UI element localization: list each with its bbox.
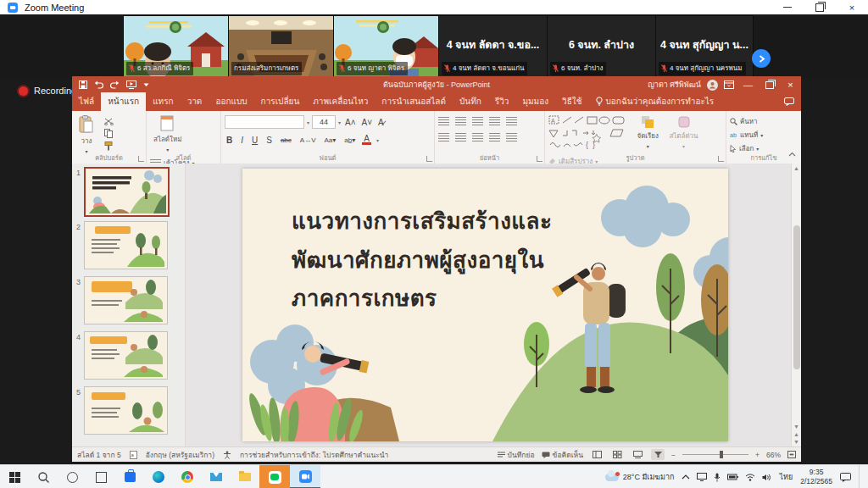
tab-transitions[interactable]: การเปลี่ยน [254, 92, 307, 111]
clear-formatting-icon[interactable]: A̷ [376, 118, 386, 127]
window-maximize-button[interactable] [804, 0, 836, 14]
ppt-restore-button[interactable] [759, 76, 780, 93]
slide-thumbnail-4[interactable] [84, 331, 168, 380]
start-slideshow-icon[interactable] [126, 80, 136, 89]
participant-video-2[interactable]: กรมส่งเสริมการเกษตร [228, 15, 334, 79]
tab-file[interactable]: ไฟล์ [72, 92, 101, 111]
save-icon[interactable] [79, 80, 87, 89]
increase-font-icon[interactable]: A˄ [343, 118, 358, 127]
taskbar-search-icon[interactable] [29, 465, 58, 488]
spellcheck-icon[interactable]: a [130, 451, 137, 459]
microphone-tray-icon[interactable] [714, 473, 721, 482]
next-slide-icon[interactable]: ▼ [793, 439, 799, 445]
slide-thumbnail-5[interactable] [84, 386, 168, 435]
bold-button[interactable]: B [225, 136, 234, 145]
highlight-color-button[interactable]: ab̲▾ [342, 136, 357, 144]
cortana-icon[interactable] [58, 465, 86, 488]
display-tray-icon[interactable] [697, 473, 707, 481]
bullets-icon[interactable] [438, 117, 449, 125]
tab-record[interactable]: บันทึก [453, 92, 488, 111]
edge-icon[interactable] [144, 465, 173, 488]
action-center-icon[interactable] [840, 473, 851, 482]
fit-slide-to-window-icon[interactable] [787, 451, 796, 458]
quick-styles-button[interactable]: สไตล์ด่วน▾ [665, 114, 701, 151]
tab-slideshow[interactable]: การนำเสนอสไลด์ [375, 92, 453, 111]
numbering-icon[interactable] [455, 117, 466, 125]
ppt-close-button[interactable]: × [780, 76, 801, 93]
tab-help[interactable]: วิธีใช้ [555, 92, 588, 111]
task-view-icon[interactable] [86, 465, 115, 488]
zoom-app-taskbar-icon[interactable] [290, 465, 320, 488]
reading-view-button[interactable] [631, 449, 644, 460]
format-painter-icon[interactable] [104, 141, 113, 151]
paste-button[interactable]: วาง▾ [75, 114, 97, 156]
font-dialog-launcher[interactable] [426, 156, 432, 162]
slide-thumbnail-1[interactable] [84, 167, 170, 217]
language-indicator[interactable]: อังกฤษ (สหรัฐอเมริกา) [146, 449, 214, 461]
italic-button[interactable]: I [239, 136, 245, 145]
user-avatar[interactable] [707, 80, 718, 91]
tab-design[interactable]: ออกแบบ [209, 92, 253, 111]
file-explorer-icon[interactable] [231, 465, 259, 488]
undo-icon[interactable] [94, 80, 103, 89]
copy-icon[interactable] [104, 129, 113, 138]
change-case-button[interactable]: Aa▾ [323, 136, 338, 144]
ribbon-display-options-icon[interactable] [724, 80, 734, 89]
current-slide[interactable]: แนวทางการเสริมสร้างและ พัฒนาศักยภาพผู้สู… [242, 169, 728, 441]
tab-review[interactable]: รีวิว [488, 92, 516, 111]
slide-thumbnail-2[interactable] [84, 221, 168, 269]
redo-icon[interactable] [110, 80, 120, 89]
wifi-tray-icon[interactable] [745, 474, 755, 481]
arrange-button[interactable]: จัดเรียง▾ [633, 114, 662, 151]
font-size-box[interactable]: 44 [312, 115, 336, 129]
scroll-up-icon[interactable]: ▲ [793, 165, 799, 171]
line-spacing-icon[interactable] [506, 117, 517, 125]
participant-tile-5[interactable]: 6 จนท. ลำปาง 6 จนท. ลำปาง [547, 15, 656, 79]
character-spacing-button[interactable]: A↔V [298, 136, 318, 144]
battery-tray-icon[interactable] [727, 474, 738, 480]
comments-icon[interactable] [784, 97, 794, 111]
paragraph-dialog-launcher[interactable] [537, 156, 542, 162]
cut-icon[interactable] [104, 118, 114, 125]
tray-expand-icon[interactable] [682, 474, 690, 480]
columns-icon[interactable] [506, 133, 517, 141]
decrease-font-icon[interactable]: A˅ [360, 118, 375, 127]
participant-tile-4[interactable]: 4 จนท ลัดดา จ.ขอ... 4 จนท ลัดดา จ.ขอนแก่… [438, 15, 548, 79]
increase-indent-icon[interactable] [489, 117, 500, 125]
tab-draw[interactable]: วาด [181, 92, 209, 111]
zoom-in-button[interactable]: + [755, 451, 760, 459]
zoom-slider[interactable] [682, 454, 748, 455]
ppt-minimize-button[interactable]: — [737, 76, 759, 93]
align-center-icon[interactable] [455, 133, 466, 141]
accessibility-icon[interactable] [223, 451, 231, 459]
scroll-down-icon[interactable]: ▼ [793, 424, 799, 430]
slideshow-view-button[interactable] [651, 449, 665, 460]
replace-button[interactable]: abแทนที่▾ [730, 130, 798, 141]
slide-sorter-view-button[interactable] [610, 449, 624, 460]
keyboard-language-indicator[interactable]: ไทย [779, 471, 793, 483]
notes-button[interactable]: บันทึกย่อ [498, 449, 535, 461]
mail-icon[interactable] [202, 465, 231, 488]
align-right-icon[interactable] [472, 133, 483, 141]
tab-insert[interactable]: แทรก [146, 92, 180, 111]
window-close-button[interactable]: × [836, 0, 868, 14]
participant-video-3[interactable]: 6 จนท ญาดา พิจิตร [333, 15, 439, 79]
font-name-box[interactable] [225, 115, 304, 129]
line-app-icon[interactable] [259, 465, 290, 488]
font-color-button[interactable]: A [362, 135, 371, 145]
chrome-icon[interactable] [173, 465, 202, 488]
slide-thumbnail-3[interactable] [84, 276, 168, 324]
previous-slide-icon[interactable]: ▲ [793, 431, 799, 437]
scrollbar-thumb[interactable] [793, 225, 800, 369]
weather-widget[interactable]: 28°C มีเมฆมาก [605, 471, 675, 483]
window-minimize-button[interactable] [771, 0, 804, 14]
qat-customize-icon[interactable] [143, 82, 149, 87]
microsoft-store-icon[interactable] [115, 465, 144, 488]
zoom-percentage[interactable]: 66% [766, 451, 781, 459]
start-button[interactable] [0, 465, 29, 488]
underline-button[interactable]: U [250, 136, 259, 145]
strikethrough-button[interactable]: abc [279, 136, 293, 144]
tab-home[interactable]: หน้าแรก [101, 92, 146, 111]
collapse-ribbon-icon[interactable] [788, 145, 796, 160]
find-button[interactable]: ค้นหา [730, 116, 798, 127]
